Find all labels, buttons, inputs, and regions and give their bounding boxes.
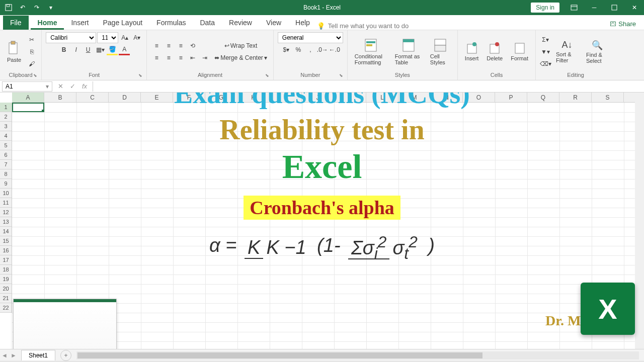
formula-bar[interactable]: [93, 81, 644, 92]
col-header[interactable]: R: [559, 93, 592, 102]
comma-icon[interactable]: ,: [305, 44, 316, 55]
merge-center-button[interactable]: ⬌ Merge & Center ▾: [212, 52, 269, 63]
close-icon[interactable]: ✕: [625, 0, 644, 15]
indent-inc-icon[interactable]: ⇥: [199, 52, 210, 63]
sheet-nav-prev-icon[interactable]: ◄: [0, 352, 9, 359]
share-button[interactable]: ⮹ Share: [605, 18, 641, 30]
col-header[interactable]: C: [76, 93, 109, 102]
row-header[interactable]: 4: [0, 131, 12, 141]
number-launcher-icon[interactable]: ⬊: [339, 73, 343, 78]
sheet-nav-next-icon[interactable]: ►: [9, 352, 18, 359]
currency-icon[interactable]: $▾: [281, 44, 292, 55]
col-header[interactable]: N: [431, 93, 463, 102]
find-select-button[interactable]: 🔍Find & Select: [583, 39, 611, 65]
col-header[interactable]: P: [495, 93, 527, 102]
fill-icon[interactable]: ▼▾: [540, 46, 551, 57]
align-top-icon[interactable]: ≡: [151, 40, 162, 51]
tab-formulas[interactable]: Formulas: [149, 16, 193, 30]
borders-icon[interactable]: ▦▾: [95, 44, 106, 55]
hscroll-thumb[interactable]: [77, 352, 482, 358]
percent-icon[interactable]: %: [293, 44, 304, 55]
number-format-select[interactable]: General: [278, 32, 343, 43]
row-header[interactable]: 10: [0, 189, 12, 198]
row-header[interactable]: 21: [0, 294, 12, 303]
col-header[interactable]: I: [270, 93, 302, 102]
row-header[interactable]: 14: [0, 227, 12, 236]
format-painter-icon[interactable]: 🖌: [26, 58, 37, 69]
col-header[interactable]: Q: [527, 93, 559, 102]
fx-icon[interactable]: fx: [78, 82, 91, 90]
italic-button[interactable]: I: [70, 44, 82, 55]
delete-cells-button[interactable]: Delete: [484, 41, 506, 62]
row-header[interactable]: 13: [0, 217, 12, 227]
shrink-font-icon[interactable]: A▾: [131, 32, 142, 43]
clipboard-launcher-icon[interactable]: ⬊: [33, 73, 37, 78]
cell-styles-button[interactable]: Cell Styles: [427, 37, 453, 66]
font-color-icon[interactable]: A: [119, 44, 130, 55]
col-header[interactable]: E: [141, 93, 173, 102]
row-header[interactable]: 7: [0, 160, 12, 169]
col-header[interactable]: O: [463, 93, 495, 102]
col-header[interactable]: J: [302, 93, 334, 102]
row-header[interactable]: 16: [0, 246, 12, 255]
font-launcher-icon[interactable]: ⬊: [138, 73, 142, 78]
worksheet-grid[interactable]: ABCDEFGHIJKLMNOPQRS 12345678910111213141…: [0, 93, 644, 349]
indent-dec-icon[interactable]: ⇤: [187, 52, 198, 63]
tab-pagelayout[interactable]: Page Layout: [96, 16, 149, 30]
grow-font-icon[interactable]: A▴: [119, 32, 130, 43]
row-header[interactable]: 18: [0, 265, 12, 275]
paste-button[interactable]: Paste: [4, 40, 24, 64]
fill-color-icon[interactable]: 🪣: [107, 44, 118, 55]
align-middle-icon[interactable]: ≡: [163, 40, 174, 51]
align-center-icon[interactable]: ≡: [163, 52, 174, 63]
row-header[interactable]: 12: [0, 208, 12, 217]
autosum-icon[interactable]: Σ▾: [540, 34, 551, 45]
horizontal-scrollbar[interactable]: [76, 351, 639, 359]
clear-icon[interactable]: ⌫▾: [540, 58, 551, 69]
sort-filter-button[interactable]: A↓Sort & Filter: [553, 39, 581, 64]
sheet-add-button[interactable]: +: [60, 350, 71, 361]
undo-icon[interactable]: ↶: [16, 1, 29, 14]
row-header[interactable]: 6: [0, 150, 12, 160]
tab-home[interactable]: Home: [31, 16, 64, 30]
selected-cell[interactable]: [12, 103, 44, 112]
font-family-select[interactable]: Calibri: [46, 32, 96, 43]
name-box[interactable]: A1▾: [2, 81, 52, 92]
redo-icon[interactable]: ↷: [30, 1, 43, 14]
sheet-tab-1[interactable]: Sheet1: [21, 350, 55, 360]
tab-view[interactable]: View: [259, 16, 288, 30]
col-header[interactable]: F: [173, 93, 205, 102]
inc-decimal-icon[interactable]: .0→: [317, 44, 328, 55]
col-header[interactable]: L: [366, 93, 398, 102]
row-header[interactable]: 11: [0, 198, 12, 208]
minimize-icon[interactable]: ─: [585, 0, 604, 15]
col-header[interactable]: B: [44, 93, 76, 102]
tab-insert[interactable]: Insert: [64, 16, 96, 30]
row-header[interactable]: 1: [0, 103, 12, 112]
font-size-select[interactable]: 11: [97, 32, 118, 43]
align-left-icon[interactable]: ≡: [151, 52, 162, 63]
tab-help[interactable]: Help: [288, 16, 317, 30]
enter-formula-icon[interactable]: ✓: [66, 82, 78, 90]
row-header[interactable]: 8: [0, 169, 12, 179]
format-cells-button[interactable]: Format: [508, 41, 531, 62]
col-header[interactable]: K: [334, 93, 366, 102]
row-header[interactable]: 17: [0, 255, 12, 265]
align-right-icon[interactable]: ≡: [175, 52, 186, 63]
col-header[interactable]: G: [205, 93, 237, 102]
bold-button[interactable]: B: [58, 44, 69, 55]
row-header[interactable]: 19: [0, 275, 12, 284]
row-header[interactable]: 15: [0, 236, 12, 246]
copy-icon[interactable]: ⎘: [26, 46, 37, 57]
qat-more-icon[interactable]: ▾: [44, 1, 57, 14]
col-header[interactable]: H: [237, 93, 270, 102]
tab-review[interactable]: Review: [222, 16, 259, 30]
orientation-icon[interactable]: ⟲: [187, 40, 198, 51]
alignment-launcher-icon[interactable]: ⬊: [265, 73, 269, 78]
format-as-table-button[interactable]: Format as Table: [392, 37, 425, 66]
conditional-formatting-button[interactable]: Conditional Formatting: [352, 37, 390, 66]
col-header[interactable]: S: [592, 93, 624, 102]
wrap-text-button[interactable]: ↩ Wrap Text: [212, 40, 269, 51]
row-header[interactable]: 20: [0, 284, 12, 294]
tab-file[interactable]: File: [3, 16, 29, 30]
